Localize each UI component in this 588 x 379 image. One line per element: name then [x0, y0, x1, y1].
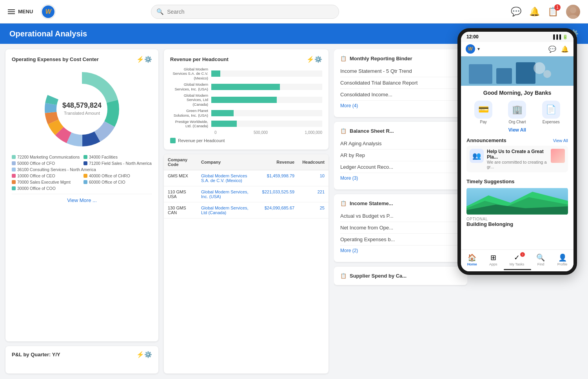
phone-announcements: Announcements View All 👥 Help Us to Crea… — [461, 134, 573, 175]
announcement-content: Help Us to Create a Great Pla... We are … — [487, 149, 548, 169]
opex-card: Operating Expenses by Cost Center ⚡⚙️ — [5, 49, 158, 341]
bar-track — [211, 110, 322, 116]
announcements-header: Announcements View All — [466, 137, 568, 143]
chat-icon[interactable]: 💬 — [511, 7, 521, 17]
svg-text:Translated Amount: Translated Amount — [64, 111, 100, 116]
announcement-img — [551, 149, 565, 163]
legend-item-4: 71200 Field Sales - North America — [83, 161, 152, 166]
phone-timely: Timely Suggestions OPTIONAL Building Bel… — [461, 175, 573, 229]
svg-point-12 — [62, 90, 102, 129]
phone-nav-profile[interactable]: 👤 Profile — [557, 253, 568, 266]
report-item-1[interactable]: Income Statement - 5 Qtr Trend › — [340, 65, 461, 77]
svg-point-0 — [570, 7, 576, 13]
phone-action-pay[interactable]: 💳 Pay — [474, 101, 492, 124]
notification-icon[interactable]: 🔔 — [529, 7, 540, 17]
legend-item-10: 30000 Office of COO — [12, 186, 80, 191]
balance-item-1[interactable]: AR Aging Analysis — [340, 138, 461, 150]
bar-label: Global Modern Services S.A. de C.V. (Mex… — [170, 67, 211, 80]
cell-company[interactable]: Global Modern Services, Ltd (Canada) — [197, 202, 258, 218]
phone-bell-icon[interactable]: 🔔 — [561, 45, 569, 53]
opex-card-header: Operating Expenses by Cost Center ⚡⚙️ — [12, 56, 152, 63]
bar-chart: Global Modern Services S.A. de C.V. (Mex… — [170, 67, 322, 135]
report-icon: 📋 — [340, 56, 347, 61]
bar-row-1: Global Modern Services S.A. de C.V. (Mex… — [170, 67, 322, 80]
opex-legend: 72200 Marketing Communications 34000 Fac… — [12, 155, 152, 191]
phone-banner — [461, 56, 573, 86]
bar-track — [211, 97, 322, 103]
legend-item-9: 60000 Office of CIO — [83, 180, 152, 184]
svg-rect-17 — [496, 68, 512, 84]
search-bar[interactable]: 🔍 — [151, 5, 339, 19]
supplier-card: 📋 Supplier Spend by Ca... — [334, 267, 467, 285]
more-income[interactable]: More (2) — [340, 245, 461, 256]
phone-actions: 💳 Pay 🏢 Org Chart 📄 Expenses — [461, 98, 573, 126]
table-row: GMS MEX Global Modern Services S.A. de C… — [164, 170, 328, 186]
monthly-reports-card: 📋 Monthly Reporting Binder Income Statem… — [334, 49, 467, 117]
bar-label: Green Planet Solutions, Inc. (USA) — [170, 108, 211, 117]
report-icon: 📋 — [340, 273, 347, 279]
table-row: 110 GMS USA Global Modern Services, Inc.… — [164, 186, 328, 202]
donut-svg: $48,579,824 Translated Amount — [39, 66, 125, 152]
timely-header: Timely Suggestions — [466, 178, 568, 185]
phone-nav-find[interactable]: 🔍 Find — [536, 253, 545, 266]
avatar[interactable] — [566, 5, 580, 19]
svg-rect-16 — [469, 64, 492, 84]
col-header-revenue: Revenue — [258, 154, 299, 170]
more-balance[interactable]: More (3) — [340, 173, 461, 183]
report-item-2[interactable]: Consolidated Trial Balance Report › — [340, 77, 461, 89]
phone-logo: W — [466, 44, 475, 54]
cell-code: 110 GMS USA — [164, 186, 197, 202]
revenue-icons[interactable]: ⚡⚙️ — [307, 56, 322, 63]
phone-nav-tasks[interactable]: ✓ ! My Tasks — [510, 253, 524, 266]
inbox-icon[interactable]: 📋 1 — [548, 7, 558, 17]
cell-company[interactable]: Global Modern Services S.A. de C.V. (Mex… — [197, 170, 258, 186]
opex-icons[interactable]: ⚡⚙️ — [136, 56, 152, 63]
bar-track — [211, 70, 322, 77]
greeting-text: Good Morning, Joy Banks — [466, 90, 568, 96]
announcement-text: We are committed to creating a gr... — [487, 160, 548, 169]
pnl-icons[interactable]: ⚡⚙️ — [136, 351, 152, 358]
cell-company[interactable]: Global Modern Services, Inc. (USA) — [197, 186, 258, 202]
search-input[interactable] — [151, 5, 339, 19]
phone-nav-apps[interactable]: ⊞ Apps — [489, 253, 497, 266]
announcement-title: Help Us to Create a Great Pla... — [487, 149, 548, 160]
page-title: Operational Analysis — [9, 29, 87, 38]
phone-action-expenses[interactable]: 📄 Expenses — [542, 101, 560, 124]
menu-button[interactable]: MENU — [8, 9, 33, 14]
svg-point-19 — [534, 62, 545, 74]
svg-rect-18 — [516, 62, 535, 84]
phone-action-org-chart[interactable]: 🏢 Org Chart — [508, 101, 526, 124]
balance-title: 📋 Balance Sheet R... — [340, 128, 461, 134]
phone-chat-icon[interactable]: 💬 — [548, 45, 556, 53]
svg-point-1 — [568, 15, 579, 19]
col-header-company: Company — [197, 154, 258, 170]
pnl-card: P&L by Quarter: Y/Y ⚡⚙️ — [5, 346, 158, 374]
left-column: Operating Expenses by Cost Center ⚡⚙️ — [5, 49, 158, 374]
table-card: Company Code Company Revenue Headcount G… — [164, 154, 328, 374]
bar-row-3: Global Modern Services, Ltd (Canada) — [170, 93, 322, 106]
report-item-3[interactable]: Consolidated Income... — [340, 89, 461, 101]
phone-nav-home[interactable]: 🏠 Home — [467, 253, 477, 266]
income-item-2[interactable]: Net Income from Ope... — [340, 222, 461, 234]
col-header-code: Company Code — [164, 154, 197, 170]
timely-image — [466, 187, 568, 215]
view-all-button[interactable]: View All — [461, 126, 573, 134]
bar-legend: Revenue per Headcount — [170, 138, 322, 143]
announcements-view-all[interactable]: View All — [553, 138, 568, 143]
bar-track — [211, 121, 322, 127]
hamburger-icon — [8, 9, 15, 14]
menu-label: MENU — [18, 9, 33, 14]
svg-point-20 — [543, 70, 551, 78]
col-header-headcount: Headcount — [298, 154, 328, 170]
cell-headcount: 10 — [298, 170, 328, 186]
badge: 1 — [554, 4, 561, 11]
view-more-button[interactable]: View More ... — [12, 194, 152, 206]
income-item-3[interactable]: Operating Expenses b... — [340, 234, 461, 245]
pnl-title: P&L by Quarter: Y/Y — [12, 352, 60, 357]
balance-item-2[interactable]: AR by Rep — [340, 150, 461, 161]
income-item-1[interactable]: Actual vs Budget vs P... — [340, 210, 461, 222]
legend-item-3: 50000 Office of CFO — [12, 161, 80, 166]
more-monthly[interactable]: More (4) — [340, 101, 461, 111]
balance-item-3[interactable]: Ledger Account Reco... — [340, 161, 461, 173]
legend-item-2: 34000 Facilities — [83, 155, 152, 159]
